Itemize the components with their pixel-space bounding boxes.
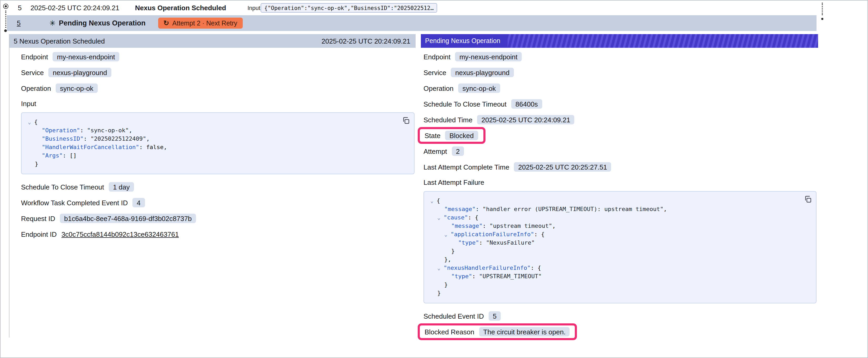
collapse-chevron-icon[interactable]: ⌄: [437, 215, 444, 221]
pending-operation-panel: Pending Nexus Operation Endpointmy-nexus…: [421, 34, 818, 342]
code-line: "message": "upstream timeout",: [430, 222, 810, 230]
field-label: Request ID: [21, 215, 55, 222]
code-line: "Operation": "sync-op-ok",: [28, 127, 408, 135]
field-label: Operation: [21, 84, 51, 92]
field-value-badge: sync-op-ok: [56, 84, 97, 93]
field-label: Scheduled Event ID: [424, 312, 484, 320]
field-value-badge: 2025-02-25 UTC 20:25:27.51: [514, 162, 611, 172]
nexus-asterisk-icon: ✳: [50, 19, 56, 27]
field-value-badge: nexus-playground: [451, 68, 514, 77]
field-value-badge: 2025-02-25 UTC 20:24:09.21: [477, 115, 574, 124]
code-line: "type": "NexusFailure": [430, 239, 810, 247]
code-line: ⌄ "nexusHandlerFailureInfo": {: [430, 264, 810, 272]
collapse-chevron-icon[interactable]: ⌄: [437, 265, 444, 271]
field-label: Attempt: [424, 147, 447, 155]
code-line: ⌄ {: [28, 118, 408, 127]
field-value-badge: sync-op-ok: [458, 84, 500, 93]
annotation-highlight-box: Blocked ReasonThe circuit breaker is ope…: [418, 323, 577, 340]
code-line: "message": "handler error (UPSTREAM_TIME…: [430, 205, 810, 214]
field-label: Schedule To Close Timeout: [21, 183, 104, 191]
field-row: StateBlocked: [424, 130, 816, 141]
failure-section-label: Last Attempt Failure: [424, 177, 816, 188]
field-row: Servicenexus-playground: [21, 67, 414, 78]
field-label: Service: [21, 68, 44, 76]
code-line: },: [430, 256, 810, 264]
code-line: }: [430, 247, 810, 256]
field-row: Workflow Task Completed Event ID4: [21, 197, 414, 208]
collapse-chevron-icon[interactable]: ⌄: [28, 119, 34, 125]
field-row: Schedule To Close Timeout1 day: [21, 182, 414, 192]
pending-fields-top: Endpointmy-nexus-endpointServicenexus-pl…: [424, 52, 816, 172]
event-detail-panel: 5 Nexus Operation Scheduled 2025-02-25 U…: [9, 34, 415, 337]
attempt-retry-label: Attempt 2 · Next Retry: [172, 20, 237, 27]
field-label: Endpoint: [424, 53, 451, 61]
field-value-badge: 86400s: [511, 99, 542, 109]
field-value-badge: b1c6a4bc-8ee7-468a-9169-df3b02c8737b: [60, 214, 196, 223]
pending-row-id-link[interactable]: 5: [17, 19, 21, 27]
copy-button[interactable]: [402, 117, 410, 124]
field-row: Attempt2: [424, 146, 816, 156]
pending-fields-bottom: Scheduled Event ID5Blocked ReasonThe cir…: [424, 311, 816, 337]
endpoint-id-link[interactable]: 3c0c75ccfa8144b092c13ce632463761: [61, 230, 179, 238]
field-label: Endpoint ID: [21, 230, 57, 238]
field-value-badge: nexus-playground: [49, 68, 112, 77]
field-row: Schedule To Close Timeout86400s: [424, 99, 816, 109]
pending-operation-row[interactable]: 5 ✳ Pending Nexus Operation ↻ Attempt 2 …: [7, 15, 816, 31]
field-row: Scheduled Time2025-02-25 UTC 20:24:09.21: [424, 115, 816, 125]
field-label: Schedule To Close Timeout: [424, 100, 506, 108]
field-label: State: [425, 131, 440, 139]
attempt-retry-badge: ↻ Attempt 2 · Next Retry: [158, 18, 243, 29]
input-section-label: Input: [21, 99, 414, 109]
field-row: Operationsync-op-ok: [424, 83, 816, 93]
field-value-badge: 2: [452, 147, 464, 156]
field-label: Endpoint: [21, 53, 48, 61]
event-fields-bottom: Schedule To Close Timeout1 dayWorkflow T…: [21, 182, 414, 224]
field-row: Request IDb1c6a4bc-8ee7-468a-9169-df3b02…: [21, 213, 414, 224]
field-value-badge: The circuit breaker is open.: [479, 327, 570, 336]
field-label: Last Attempt Complete Time: [424, 163, 509, 171]
field-value-badge: Blocked: [445, 131, 478, 140]
pending-panel-header: Pending Nexus Operation: [421, 34, 818, 48]
field-label: Operation: [424, 84, 454, 92]
annotation-highlight-box: StateBlocked: [418, 127, 485, 144]
field-label: Service: [424, 68, 446, 76]
input-label: Input: [247, 5, 260, 11]
code-line: }: [28, 160, 408, 168]
copy-button[interactable]: [804, 195, 812, 203]
event-title: Nexus Operation Scheduled: [135, 4, 226, 12]
event-detail-title: 5 Nexus Operation Scheduled: [14, 37, 105, 45]
pending-panel-title: Pending Nexus Operation: [421, 34, 507, 48]
code-line: ⌄ "applicationFailureInfo": {: [430, 230, 810, 239]
field-row: Blocked ReasonThe circuit breaker is ope…: [424, 326, 816, 337]
field-label: Workflow Task Completed Event ID: [21, 199, 128, 206]
event-timestamp: 2025-02-25 UTC 20:24:09.21: [30, 4, 119, 12]
field-row: Servicenexus-playground: [424, 67, 816, 78]
event-id[interactable]: 5: [18, 4, 22, 12]
collapse-chevron-icon[interactable]: ⌄: [444, 231, 451, 237]
field-row: Last Attempt Complete Time2025-02-25 UTC…: [424, 162, 816, 172]
field-value-badge: 4: [133, 198, 145, 207]
field-row: Endpointmy-nexus-endpoint: [21, 52, 414, 62]
field-row: Operationsync-op-ok: [21, 83, 414, 93]
timeline-dot: [4, 29, 7, 32]
code-line: }: [430, 281, 810, 289]
input-preview-badge[interactable]: {"Operation":"sync-op-ok","BusinessID":"…: [260, 3, 437, 12]
event-detail-timestamp: 2025-02-25 UTC 20:24:09.21: [321, 37, 410, 45]
failure-json-viewer: ⌄ { "message": "handler error (UPSTREAM_…: [424, 191, 816, 303]
event-detail-header: 5 Nexus Operation Scheduled 2025-02-25 U…: [9, 34, 415, 48]
field-label: Blocked Reason: [425, 328, 474, 336]
field-row: Endpointmy-nexus-endpoint: [424, 52, 816, 62]
code-line: "HandlerWaitForCancellation": false,: [28, 143, 408, 152]
pending-row-title: Pending Nexus Operation: [59, 19, 146, 27]
field-value-badge: my-nexus-endpoint: [53, 52, 119, 61]
field-value-badge: 1 day: [109, 182, 134, 192]
field-label: Scheduled Time: [424, 116, 472, 124]
event-summary-row[interactable]: 5 2025-02-25 UTC 20:24:09.21 Nexus Opera…: [1, 2, 857, 14]
code-line: "type": "UPSTREAM_TIMEOUT": [430, 272, 810, 281]
workflow-history-view: 5 2025-02-25 UTC 20:24:09.21 Nexus Opera…: [0, 0, 868, 358]
collapse-chevron-icon[interactable]: ⌄: [430, 198, 437, 204]
field-row: Scheduled Event ID5: [424, 311, 816, 321]
field-value-badge: 5: [489, 311, 501, 321]
code-line: }: [430, 289, 810, 298]
event-fields-top: Endpointmy-nexus-endpointServicenexus-pl…: [21, 52, 414, 93]
